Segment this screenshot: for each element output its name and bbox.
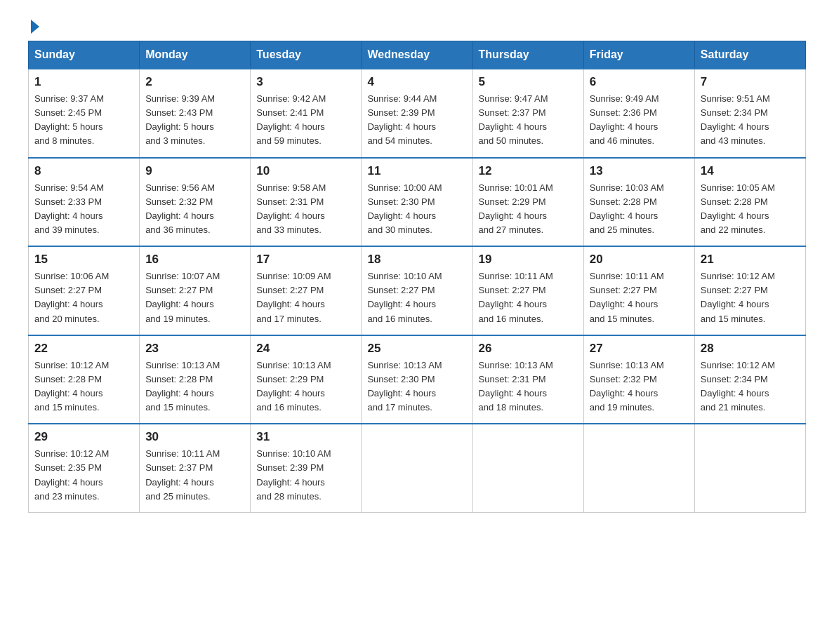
calendar-week-4: 22 Sunrise: 10:12 AMSunset: 2:28 PMDayli… [29, 335, 806, 424]
day-number: 7 [701, 75, 800, 89]
day-info: Sunrise: 10:09 AMSunset: 2:27 PMDaylight… [256, 269, 355, 326]
calendar-cell: 21 Sunrise: 10:12 AMSunset: 2:27 PMDayli… [694, 246, 805, 335]
calendar-cell: 14 Sunrise: 10:05 AMSunset: 2:28 PMDayli… [694, 158, 805, 247]
calendar-cell: 25 Sunrise: 10:13 AMSunset: 2:30 PMDayli… [362, 335, 472, 424]
weekday-header-wednesday: Wednesday [362, 41, 472, 69]
day-info: Sunrise: 9:42 AMSunset: 2:41 PMDaylight:… [256, 92, 355, 149]
day-number: 27 [590, 342, 689, 356]
calendar-cell: 20 Sunrise: 10:11 AMSunset: 2:27 PMDayli… [583, 246, 694, 335]
calendar-cell: 11 Sunrise: 10:00 AMSunset: 2:30 PMDayli… [362, 158, 472, 247]
weekday-header-friday: Friday [583, 41, 694, 69]
day-number: 1 [34, 75, 133, 89]
calendar-cell: 27 Sunrise: 10:13 AMSunset: 2:32 PMDayli… [583, 335, 694, 424]
day-info: Sunrise: 10:11 AMSunset: 2:37 PMDaylight… [145, 447, 244, 504]
day-number: 29 [34, 430, 133, 444]
day-info: Sunrise: 10:11 AMSunset: 2:27 PMDaylight… [590, 269, 689, 326]
calendar-cell: 31 Sunrise: 10:10 AMSunset: 2:39 PMDayli… [251, 424, 362, 512]
day-number: 15 [34, 253, 133, 267]
day-info: Sunrise: 10:01 AMSunset: 2:29 PMDaylight… [479, 181, 578, 238]
calendar-cell: 10 Sunrise: 9:58 AMSunset: 2:31 PMDaylig… [251, 158, 362, 247]
day-number: 19 [479, 253, 578, 267]
calendar-cell: 17 Sunrise: 10:09 AMSunset: 2:27 PMDayli… [251, 246, 362, 335]
weekday-header-monday: Monday [140, 41, 251, 69]
calendar-week-3: 15 Sunrise: 10:06 AMSunset: 2:27 PMDayli… [29, 246, 806, 335]
day-info: Sunrise: 10:13 AMSunset: 2:29 PMDaylight… [256, 358, 355, 415]
calendar-cell: 23 Sunrise: 10:13 AMSunset: 2:28 PMDayli… [140, 335, 251, 424]
calendar-cell: 19 Sunrise: 10:11 AMSunset: 2:27 PMDayli… [472, 246, 583, 335]
day-number: 30 [145, 430, 244, 444]
day-info: Sunrise: 10:12 AMSunset: 2:28 PMDaylight… [34, 358, 133, 415]
day-info: Sunrise: 10:06 AMSunset: 2:27 PMDaylight… [34, 269, 133, 326]
weekday-header-sunday: Sunday [29, 41, 140, 69]
day-info: Sunrise: 10:12 AMSunset: 2:27 PMDaylight… [701, 269, 800, 326]
calendar-week-2: 8 Sunrise: 9:54 AMSunset: 2:33 PMDayligh… [29, 158, 806, 247]
calendar-cell: 2 Sunrise: 9:39 AMSunset: 2:43 PMDayligh… [140, 69, 251, 158]
calendar-cell: 22 Sunrise: 10:12 AMSunset: 2:28 PMDayli… [29, 335, 140, 424]
day-number: 21 [701, 253, 800, 267]
day-info: Sunrise: 10:13 AMSunset: 2:32 PMDaylight… [590, 358, 689, 415]
calendar-cell [694, 424, 805, 512]
calendar-cell: 18 Sunrise: 10:10 AMSunset: 2:27 PMDayli… [362, 246, 472, 335]
day-number: 16 [145, 253, 244, 267]
day-info: Sunrise: 10:03 AMSunset: 2:28 PMDaylight… [590, 181, 689, 238]
weekday-header-tuesday: Tuesday [251, 41, 362, 69]
calendar-week-5: 29 Sunrise: 10:12 AMSunset: 2:35 PMDayli… [29, 424, 806, 512]
calendar-cell: 8 Sunrise: 9:54 AMSunset: 2:33 PMDayligh… [29, 158, 140, 247]
day-info: Sunrise: 10:13 AMSunset: 2:31 PMDaylight… [479, 358, 578, 415]
day-info: Sunrise: 10:13 AMSunset: 2:28 PMDaylight… [145, 358, 244, 415]
day-number: 25 [367, 342, 466, 356]
day-info: Sunrise: 10:13 AMSunset: 2:30 PMDaylight… [367, 358, 466, 415]
day-info: Sunrise: 9:54 AMSunset: 2:33 PMDaylight:… [34, 181, 133, 238]
day-number: 6 [590, 75, 689, 89]
day-info: Sunrise: 10:12 AMSunset: 2:35 PMDaylight… [34, 447, 133, 504]
day-number: 31 [256, 430, 355, 444]
calendar-table: SundayMondayTuesdayWednesdayThursdayFrid… [28, 41, 806, 513]
calendar-cell: 6 Sunrise: 9:49 AMSunset: 2:36 PMDayligh… [583, 69, 694, 158]
day-number: 13 [590, 164, 689, 178]
day-number: 22 [34, 342, 133, 356]
day-number: 23 [145, 342, 244, 356]
day-info: Sunrise: 10:12 AMSunset: 2:34 PMDaylight… [701, 358, 800, 415]
calendar-cell: 26 Sunrise: 10:13 AMSunset: 2:31 PMDayli… [472, 335, 583, 424]
day-number: 20 [590, 253, 689, 267]
day-info: Sunrise: 10:07 AMSunset: 2:27 PMDaylight… [145, 269, 244, 326]
logo-triangle-icon [31, 20, 39, 34]
logo [28, 21, 39, 34]
calendar-cell: 16 Sunrise: 10:07 AMSunset: 2:27 PMDayli… [140, 246, 251, 335]
day-number: 2 [145, 75, 244, 89]
calendar-cell: 28 Sunrise: 10:12 AMSunset: 2:34 PMDayli… [694, 335, 805, 424]
calendar-cell: 29 Sunrise: 10:12 AMSunset: 2:35 PMDayli… [29, 424, 140, 512]
weekday-header-thursday: Thursday [472, 41, 583, 69]
calendar-cell: 5 Sunrise: 9:47 AMSunset: 2:37 PMDayligh… [472, 69, 583, 158]
calendar-week-1: 1 Sunrise: 9:37 AMSunset: 2:45 PMDayligh… [29, 69, 806, 158]
day-number: 9 [145, 164, 244, 178]
calendar-cell: 12 Sunrise: 10:01 AMSunset: 2:29 PMDayli… [472, 158, 583, 247]
calendar-cell: 30 Sunrise: 10:11 AMSunset: 2:37 PMDayli… [140, 424, 251, 512]
day-number: 11 [367, 164, 466, 178]
calendar-cell: 4 Sunrise: 9:44 AMSunset: 2:39 PMDayligh… [362, 69, 472, 158]
day-number: 14 [701, 164, 800, 178]
day-info: Sunrise: 9:58 AMSunset: 2:31 PMDaylight:… [256, 181, 355, 238]
day-number: 3 [256, 75, 355, 89]
calendar-cell: 24 Sunrise: 10:13 AMSunset: 2:29 PMDayli… [251, 335, 362, 424]
day-number: 5 [479, 75, 578, 89]
weekday-header-saturday: Saturday [694, 41, 805, 69]
day-number: 18 [367, 253, 466, 267]
day-info: Sunrise: 10:00 AMSunset: 2:30 PMDaylight… [367, 181, 466, 238]
day-number: 4 [367, 75, 466, 89]
day-number: 10 [256, 164, 355, 178]
day-info: Sunrise: 9:51 AMSunset: 2:34 PMDaylight:… [701, 92, 800, 149]
weekday-header-row: SundayMondayTuesdayWednesdayThursdayFrid… [29, 41, 806, 69]
day-info: Sunrise: 9:44 AMSunset: 2:39 PMDaylight:… [367, 92, 466, 149]
day-number: 12 [479, 164, 578, 178]
calendar-cell: 15 Sunrise: 10:06 AMSunset: 2:27 PMDayli… [29, 246, 140, 335]
day-info: Sunrise: 10:10 AMSunset: 2:39 PMDaylight… [256, 447, 355, 504]
page-header [28, 21, 806, 34]
day-number: 28 [701, 342, 800, 356]
calendar-cell: 1 Sunrise: 9:37 AMSunset: 2:45 PMDayligh… [29, 69, 140, 158]
day-info: Sunrise: 9:37 AMSunset: 2:45 PMDaylight:… [34, 92, 133, 149]
day-info: Sunrise: 9:47 AMSunset: 2:37 PMDaylight:… [479, 92, 578, 149]
calendar-cell: 7 Sunrise: 9:51 AMSunset: 2:34 PMDayligh… [694, 69, 805, 158]
calendar-cell [472, 424, 583, 512]
day-number: 26 [479, 342, 578, 356]
